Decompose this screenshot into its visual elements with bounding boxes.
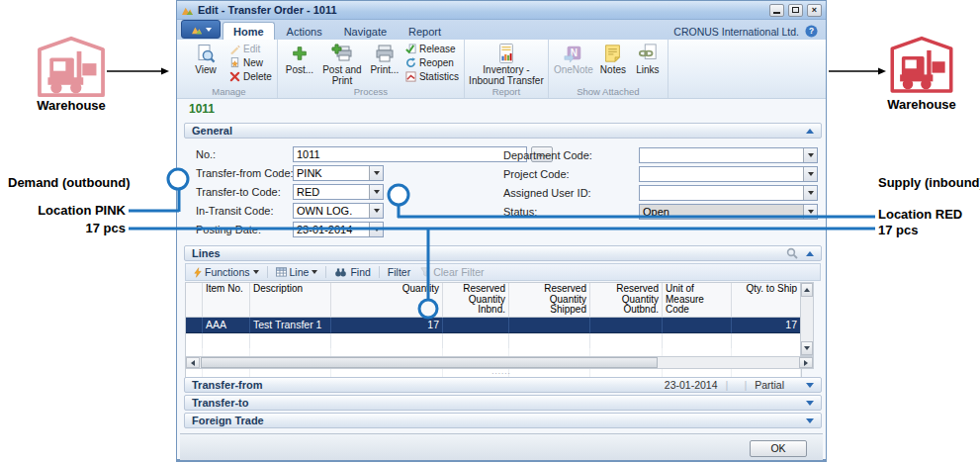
application-menu-button[interactable] [181, 20, 221, 39]
assigned-user-id-field[interactable] [639, 185, 818, 201]
cell-reserved-quantity-shipped[interactable] [509, 318, 590, 333]
cell-qty-to-ship[interactable]: 17 [732, 318, 801, 333]
tab-actions[interactable]: Actions [277, 23, 332, 40]
tab-report[interactable]: Report [399, 23, 451, 40]
cell-reserved-quantity-outbnd[interactable] [590, 318, 663, 333]
field-label-assigned-user-id: Assigned User ID: [503, 187, 591, 199]
column-header-description[interactable]: Description [250, 283, 331, 318]
splitter-handle[interactable]: ...... [177, 369, 826, 375]
expand-icon[interactable] [806, 383, 814, 388]
page-canvas: Warehouse Demand (outbound) Location PIN… [0, 0, 980, 464]
title-bar[interactable]: Edit - Transfer Order - 1011 × [177, 1, 826, 20]
empty-cell[interactable] [590, 333, 663, 348]
project-code-field[interactable] [639, 166, 818, 182]
statistics-button[interactable]: Statistics [403, 69, 461, 83]
collapse-icon[interactable] [806, 129, 814, 134]
dropdown-button[interactable] [803, 205, 817, 219]
line-menu-button[interactable]: Line [272, 265, 322, 280]
fasttab-transfer-from-header[interactable]: Transfer-from 23-01-2014 | | Partial [184, 377, 822, 393]
scroll-down-button[interactable] [801, 341, 813, 355]
column-header-unit-of-measure-code[interactable]: Unit of Measure Code [663, 283, 732, 318]
posting-date-field[interactable]: 23-01-2014 [293, 222, 384, 237]
collapse-icon[interactable] [806, 251, 814, 256]
close-button[interactable]: × [807, 4, 822, 17]
column-header-qty-to-ship[interactable]: Qty. to Ship [732, 283, 801, 318]
vertical-scrollbar[interactable] [800, 282, 814, 356]
group-label-manage: Manage [184, 86, 274, 98]
functions-menu-button[interactable]: Functions [190, 265, 263, 280]
no-field[interactable]: 1011 [293, 146, 527, 162]
fasttab-general-header[interactable]: General [184, 123, 822, 139]
footer-bar: OK [180, 433, 823, 460]
filter-button[interactable]: Filter [384, 265, 414, 280]
print-button[interactable]: Print... [366, 40, 403, 86]
scroll-up-button[interactable] [801, 283, 813, 297]
empty-cell[interactable] [331, 333, 443, 348]
transfer-from-status: Partial [755, 379, 784, 391]
notes-button[interactable]: Notes [595, 40, 631, 86]
empty-cell[interactable] [443, 333, 509, 348]
dropdown-button[interactable] [369, 223, 383, 236]
transfer-to-code-field[interactable]: RED [293, 184, 384, 200]
empty-cell[interactable] [732, 333, 801, 348]
onenote-button[interactable]: N OneNote [552, 40, 595, 86]
company-name: CRONUS International Ltd. [453, 26, 803, 40]
ok-button[interactable]: OK [750, 440, 807, 457]
row-selector-cell[interactable] [186, 318, 203, 333]
transfer-from-code-field[interactable]: PINK [293, 165, 384, 181]
empty-cell[interactable] [509, 333, 590, 348]
dropdown-button[interactable] [369, 204, 383, 218]
column-header-reserved-quantity-outbnd[interactable]: Reserved Quantity Outbnd. [590, 283, 663, 318]
column-header-quantity[interactable]: Quantity [331, 283, 443, 318]
expand-icon[interactable] [806, 401, 814, 406]
dropdown-button[interactable] [369, 185, 383, 199]
empty-cell[interactable] [663, 333, 732, 348]
reopen-button[interactable]: Reopen [403, 55, 461, 69]
inventory-inbound-transfer-button[interactable]: Inventory - Inbound Transfer [468, 40, 545, 86]
minimize-button[interactable] [769, 4, 784, 17]
tab-navigate[interactable]: Navigate [334, 23, 397, 40]
help-icon[interactable]: ? [805, 25, 818, 38]
department-code-field[interactable] [639, 147, 818, 163]
cell-unit-of-measure-code[interactable] [663, 318, 732, 333]
in-transit-code-field[interactable]: OWN LOG. [293, 203, 384, 219]
scroll-right-button[interactable] [799, 357, 813, 368]
scroll-left-button[interactable] [186, 357, 200, 368]
scrollbar-thumb[interactable] [201, 357, 658, 368]
post-plus-icon [291, 42, 309, 64]
post-button[interactable]: Post... [281, 40, 318, 86]
maximize-button[interactable] [788, 4, 803, 17]
cell-reserved-quantity-inbnd[interactable] [443, 318, 509, 333]
notes-icon [603, 42, 622, 64]
clear-filter-button[interactable]: Clear Filter [416, 265, 488, 280]
expand-icon[interactable] [806, 418, 814, 423]
dropdown-button[interactable] [369, 166, 383, 180]
cell-item-no[interactable]: AAA [203, 318, 250, 333]
cell-quantity[interactable]: 17 [331, 318, 443, 333]
post-and-print-button[interactable]: Post and Print [318, 40, 366, 86]
empty-cell[interactable] [250, 333, 331, 348]
column-header-reserved-quantity-shipped[interactable]: Reserved Quantity Shipped [509, 283, 590, 318]
empty-cell[interactable] [186, 333, 203, 348]
status-field[interactable]: Open [639, 204, 818, 220]
tab-home[interactable]: Home [223, 22, 275, 40]
column-header-reserved-quantity-inbnd[interactable]: Reserved Quantity Inbnd. [443, 283, 509, 318]
search-icon[interactable] [786, 247, 798, 259]
new-page-icon [229, 57, 240, 68]
dropdown-button[interactable] [803, 167, 817, 181]
view-button[interactable]: View [184, 40, 227, 86]
dropdown-button[interactable] [803, 186, 817, 200]
new-button[interactable]: New [227, 55, 274, 69]
links-button[interactable]: Links [631, 40, 665, 86]
dropdown-button[interactable] [803, 148, 817, 162]
edit-button[interactable]: Edit [227, 42, 274, 55]
cell-description[interactable]: Test Transfer 1 [250, 318, 331, 333]
fasttab-foreign-trade-header[interactable]: Foreign Trade [184, 413, 822, 428]
column-header-item-no[interactable]: Item No. [203, 283, 250, 318]
find-button[interactable]: Find [330, 265, 374, 280]
fasttab-transfer-to-header[interactable]: Transfer-to [184, 395, 822, 411]
empty-cell[interactable] [203, 333, 250, 348]
release-button[interactable]: Release [403, 42, 461, 55]
fasttab-lines-header[interactable]: Lines [184, 245, 822, 261]
delete-button[interactable]: Delete [227, 69, 274, 83]
